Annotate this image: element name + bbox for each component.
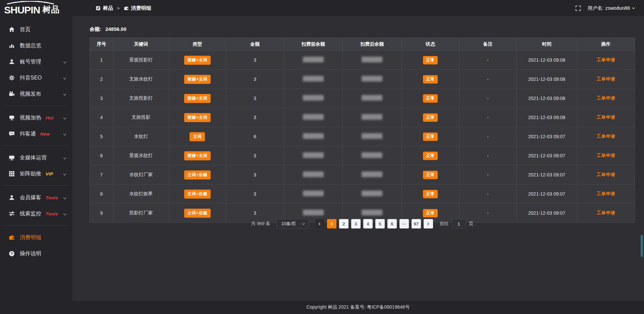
work-order-link[interactable]: 工单申请	[596, 172, 615, 177]
sidebar-item-label: 抖客通	[20, 130, 36, 138]
page-size-value: 10条/页	[281, 221, 296, 227]
cell-balance-after	[343, 108, 402, 127]
breadcrumb-item-shupin[interactable]: 树品	[96, 5, 113, 11]
work-order-link[interactable]: 工单申请	[596, 96, 615, 101]
goto-page-input[interactable]	[452, 219, 466, 228]
page-button-6[interactable]: 6	[387, 219, 397, 228]
page-button-5[interactable]: 5	[375, 219, 385, 228]
cell-remark: -	[459, 70, 517, 89]
next-page-button[interactable]	[424, 219, 433, 228]
sidebar-item-tag: VIP	[46, 171, 53, 176]
app-logo[interactable]: SHUPIN 树品	[0, 0, 72, 17]
page-button-2[interactable]: 2	[339, 219, 348, 228]
status-badge: 正常	[423, 94, 438, 103]
sidebar-item-help[interactable]: ?操作说明	[0, 246, 72, 262]
masked-balance-before	[303, 133, 324, 139]
fullscreen-icon[interactable]	[575, 5, 581, 11]
sidebar-item-douyin-seo[interactable]: 抖音SEO	[0, 70, 72, 86]
breadcrumb-item-consume-detail[interactable]: 消费明细	[124, 5, 151, 11]
ellipsis-button[interactable]: ···	[399, 219, 409, 228]
sidebar-item-tag: Tools	[46, 211, 58, 216]
sidebar-item-label: 数据总览	[20, 42, 41, 49]
cell-status: 正常	[401, 165, 459, 185]
table-row: 7水纹灯厂家主词+后缀3正常-2021-12-03 09:07工单申请	[90, 165, 635, 185]
cell-index: 3	[90, 89, 113, 108]
sidebar-item-media-operation[interactable]: 全媒体运营	[0, 150, 72, 166]
sidebar-item-tag: Hot	[46, 115, 53, 120]
cell-status: 正常	[401, 146, 459, 165]
cell-index: 7	[90, 165, 113, 185]
work-order-link[interactable]: 工单申请	[596, 134, 615, 139]
goto-page: 前往 页	[440, 219, 474, 228]
page-button-1[interactable]: 1	[327, 219, 336, 228]
cell-action: 工单申请	[577, 89, 635, 108]
table-body: 1景观投影灯前缀+主词3正常-2021-12-03 09:08工单申请2文旅水纹…	[90, 51, 635, 223]
work-order-link[interactable]: 工单申请	[596, 57, 615, 62]
breadcrumb-label: 树品	[103, 5, 113, 11]
total-count: 共 969 条	[251, 221, 270, 227]
sidebar-item-data-overview[interactable]: 数据总览	[0, 38, 72, 54]
sidebar-item-douketong[interactable]: 抖客通New	[0, 126, 72, 142]
sliders-icon	[9, 211, 15, 217]
work-order-link[interactable]: 工单申请	[596, 76, 615, 82]
type-badge: 主词+后缀	[184, 209, 211, 218]
work-order-link[interactable]: 工单申请	[596, 210, 615, 215]
sidebar-item-matrix-boost[interactable]: 矩阵助推VIP	[0, 166, 72, 182]
user-dropdown[interactable]: 用户名: zswodun88	[588, 5, 635, 11]
cell-time: 2021-12-03 09:08	[517, 70, 577, 89]
sidebar: SHUPIN 树品 首页数据总览账号管理抖音SEO视频发布视频加热Hot抖客通N…	[0, 0, 72, 314]
page-button-97[interactable]: 97	[412, 219, 421, 228]
type-badge: 主词+后缀	[184, 190, 211, 199]
chevron-down-icon	[63, 172, 67, 176]
balance-label: 余额:	[90, 26, 101, 32]
work-order-link[interactable]: 工单申请	[596, 191, 615, 196]
sidebar-item-video-heat[interactable]: 视频加热Hot	[0, 110, 72, 126]
masked-balance-after	[362, 114, 382, 120]
type-badge: 前缀+主词	[184, 151, 211, 160]
cell-remark: -	[459, 127, 517, 146]
cell-type: 前缀+主词	[169, 70, 226, 89]
page-button-3[interactable]: 3	[351, 219, 361, 228]
cell-action: 工单申请	[577, 70, 635, 89]
cell-balance-before	[284, 146, 343, 165]
sidebar-item-label: 操作说明	[20, 250, 41, 257]
cell-action: 工单申请	[577, 185, 635, 204]
scrollbar-thumb[interactable]	[641, 235, 643, 257]
masked-balance-after	[362, 210, 382, 215]
cell-remark: -	[459, 89, 517, 108]
cell-status: 正常	[401, 70, 459, 89]
cell-index: 2	[90, 70, 113, 89]
sidebar-menu: 首页数据总览账号管理抖音SEO视频发布视频加热Hot抖客通New全媒体运营矩阵助…	[0, 17, 72, 262]
page-button-4[interactable]: 4	[363, 219, 373, 228]
masked-balance-after	[362, 76, 382, 82]
copyright-text: Copyright 树品 2021 备案号: 粤ICP备09019646号	[306, 304, 410, 310]
work-order-link[interactable]: 工单申请	[596, 115, 615, 120]
page-size-select[interactable]: 10条/页	[276, 219, 309, 229]
column-header: 类型	[169, 38, 226, 51]
sidebar-item-video-publish[interactable]: 视频发布	[0, 86, 72, 102]
sidebar-item-home[interactable]: 首页	[0, 21, 72, 38]
menu-divider	[3, 146, 69, 146]
menu-divider	[3, 225, 69, 226]
cell-remark: -	[459, 108, 517, 127]
status-badge: 正常	[423, 152, 438, 160]
monitor-icon	[9, 155, 15, 161]
prev-page-button[interactable]	[315, 219, 324, 228]
cell-amount: 3	[226, 51, 284, 70]
cell-keyword: 景观投影灯	[113, 51, 169, 70]
masked-balance-after	[362, 152, 382, 158]
sidebar-item-label: 视频加热	[20, 114, 41, 121]
chevron-down-icon	[63, 212, 67, 216]
sidebar-item-consume-detail[interactable]: 消费明细	[0, 229, 72, 246]
sidebar-item-member-baoke[interactable]: 会员爆客Tools	[0, 190, 72, 206]
masked-balance-before	[303, 191, 324, 196]
masked-balance-after	[362, 57, 382, 62]
goto-unit: 页	[469, 221, 474, 227]
sidebar-item-account-management[interactable]: 账号管理	[0, 54, 72, 70]
goto-label: 前往	[440, 221, 449, 227]
column-header: 操作	[577, 38, 635, 51]
table-header-row: 序号关键词类型金额扣费前余额扣费后余额状态备注时间操作	[90, 38, 635, 51]
work-order-link[interactable]: 工单申请	[596, 153, 615, 158]
chevron-down-icon	[63, 76, 67, 80]
sidebar-item-clue-monitor[interactable]: 线索监控Tools	[0, 206, 72, 222]
